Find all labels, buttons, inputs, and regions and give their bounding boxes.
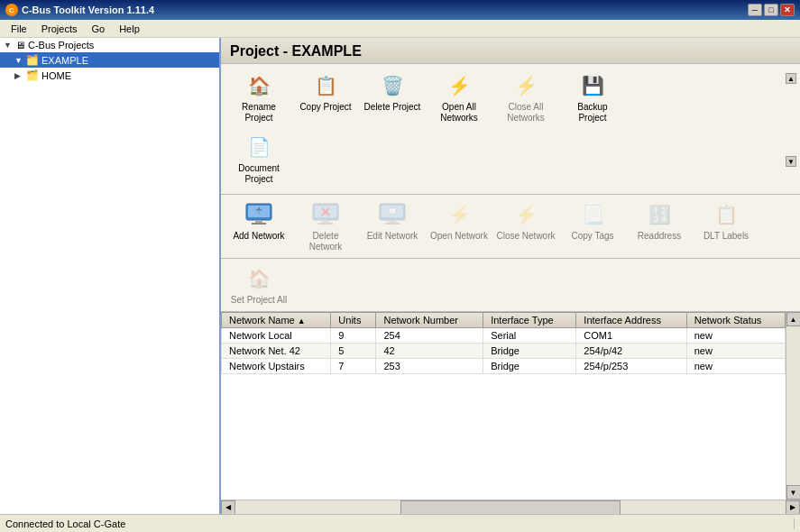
network-status-cell: new bbox=[686, 328, 785, 344]
maximize-button[interactable]: □ bbox=[764, 4, 778, 16]
copy-tags-label: Copy Tags bbox=[571, 231, 613, 242]
network-number-cell: 254 bbox=[376, 328, 483, 344]
delete-label: Delete Project bbox=[364, 102, 421, 113]
svg-rect-10 bbox=[318, 223, 333, 225]
toolbar-row-1: 🏠 Rename Project 📋 Copy Project 🗑️ Delet… bbox=[226, 68, 795, 127]
network-number-cell: 42 bbox=[376, 344, 483, 359]
readdress-button[interactable]: 🔢 Readdress bbox=[627, 197, 692, 245]
delete-network-button[interactable]: Delete Network bbox=[293, 197, 358, 256]
menu-help[interactable]: Help bbox=[112, 22, 147, 36]
menu-file[interactable]: File bbox=[4, 22, 34, 36]
example-label: EXAMPLE bbox=[41, 55, 88, 66]
title-bar: C C-Bus Toolkit Version 1.11.4 ─ □ ✕ bbox=[0, 0, 800, 20]
open-all-icon: ⚡ bbox=[445, 71, 474, 100]
units-cell: 7 bbox=[331, 359, 376, 374]
interface-type-cell: Serial bbox=[483, 328, 576, 344]
network-table-area: Network Name Units Network Number Interf… bbox=[221, 312, 786, 500]
dlt-labels-button[interactable]: 📋 DLT Labels bbox=[694, 197, 759, 245]
backup-project-button[interactable]: 💾 Backup Project bbox=[560, 68, 625, 127]
network-number-cell: 253 bbox=[376, 359, 483, 374]
table-row[interactable]: Network Upstairs7253Bridge254/p/253new bbox=[222, 359, 786, 374]
col-interface-type[interactable]: Interface Type bbox=[483, 313, 576, 328]
table-row[interactable]: Network Net. 42542Bridge254/p/42new bbox=[222, 344, 786, 359]
close-button[interactable]: ✕ bbox=[780, 4, 795, 16]
backup-icon: 💾 bbox=[578, 71, 607, 100]
menu-projects[interactable]: Projects bbox=[34, 22, 85, 36]
open-network-icon: ⚡ bbox=[445, 200, 474, 229]
vscroll-down-button[interactable]: ▼ bbox=[786, 485, 801, 500]
interface-address-cell: COM1 bbox=[576, 328, 686, 344]
set-project-all-button[interactable]: 🏠 Set Project All bbox=[226, 261, 291, 309]
network-status-cell: new bbox=[686, 344, 785, 359]
sidebar-item-example[interactable]: ▼ 🗂️ EXAMPLE bbox=[0, 52, 219, 68]
add-network-icon bbox=[244, 200, 273, 229]
menu-bar: File Projects Go Help bbox=[0, 20, 800, 38]
project-header: Project - EXAMPLE bbox=[221, 38, 800, 64]
app-icon: C bbox=[5, 4, 18, 16]
open-all-networks-button[interactable]: ⚡ Open All Networks bbox=[427, 68, 492, 127]
expand-icon-example: ▼ bbox=[14, 56, 23, 65]
interface-address-cell: 254/p/42 bbox=[576, 344, 686, 359]
sidebar-item-home[interactable]: ▶ 🗂️ HOME bbox=[0, 68, 219, 83]
interface-type-cell: Bridge bbox=[483, 359, 576, 374]
units-cell: 9 bbox=[331, 328, 376, 344]
delete-project-button[interactable]: 🗑️ Delete Project bbox=[360, 68, 425, 116]
col-units[interactable]: Units bbox=[331, 313, 376, 328]
menu-go[interactable]: Go bbox=[84, 22, 112, 36]
open-network-button[interactable]: ⚡ Open Network bbox=[427, 197, 492, 245]
open-all-label: Open All Networks bbox=[429, 102, 489, 124]
col-network-name[interactable]: Network Name bbox=[222, 313, 331, 328]
title-bar-title: C-Bus Toolkit Version 1.11.4 bbox=[22, 5, 154, 15]
scroll-up-button[interactable]: ▲ bbox=[786, 73, 796, 84]
col-interface-address[interactable]: Interface Address bbox=[576, 313, 686, 328]
vscroll-up-button[interactable]: ▲ bbox=[786, 312, 801, 326]
col-network-number[interactable]: Network Number bbox=[376, 313, 483, 328]
document-label: Document Project bbox=[229, 163, 289, 185]
scroll-down-button[interactable]: ▼ bbox=[786, 156, 796, 167]
edit-network-button[interactable]: Edit Network bbox=[360, 197, 425, 245]
units-cell: 5 bbox=[331, 344, 376, 359]
copy-project-button[interactable]: 📋 Copy Project bbox=[293, 68, 358, 116]
add-network-button[interactable]: Add Network bbox=[226, 197, 291, 245]
hscroll-thumb[interactable] bbox=[400, 500, 621, 515]
copy-tags-icon: 📃 bbox=[578, 200, 607, 229]
hscroll-track bbox=[235, 500, 786, 515]
sidebar-item-cbus-projects[interactable]: ▼ 🖥 C-Bus Projects bbox=[0, 38, 219, 52]
table-container: Network Name Units Network Number Interf… bbox=[221, 312, 800, 500]
home-folder-icon: 🗂️ bbox=[26, 69, 39, 81]
copy-label: Copy Project bbox=[299, 102, 351, 113]
toolbar-area-2: Add Network Delete Network bbox=[221, 195, 800, 259]
expand-icon-home: ▶ bbox=[14, 71, 23, 80]
toolbar-area: 🏠 Rename Project 📋 Copy Project 🗑️ Delet… bbox=[221, 64, 800, 195]
sidebar: ▼ 🖥 C-Bus Projects ▼ 🗂️ EXAMPLE ▶ 🗂️ HOM… bbox=[0, 38, 221, 514]
readdress-icon: 🔢 bbox=[645, 200, 674, 229]
rename-icon: 🏠 bbox=[244, 71, 273, 100]
svg-rect-3 bbox=[252, 223, 266, 225]
main-layout: ▼ 🖥 C-Bus Projects ▼ 🗂️ EXAMPLE ▶ 🗂️ HOM… bbox=[0, 38, 800, 514]
project-title: Project - EXAMPLE bbox=[230, 43, 362, 59]
close-network-button[interactable]: ⚡ Close Network bbox=[493, 197, 558, 245]
toolbar-row-doc: 📄 Document Project ▼ bbox=[226, 129, 795, 188]
network-table: Network Name Units Network Number Interf… bbox=[221, 312, 786, 374]
set-project-label: Set Project All bbox=[231, 295, 287, 306]
minimize-button[interactable]: ─ bbox=[748, 4, 762, 16]
document-project-button[interactable]: 📄 Document Project bbox=[226, 129, 291, 188]
svg-rect-2 bbox=[255, 220, 262, 223]
open-network-label: Open Network bbox=[430, 231, 488, 242]
rename-project-button[interactable]: 🏠 Rename Project bbox=[226, 68, 291, 127]
hscroll-left-button[interactable]: ◀ bbox=[221, 500, 235, 515]
content-panel: Project - EXAMPLE 🏠 Rename Project 📋 Cop… bbox=[221, 38, 800, 514]
hscroll-right-button[interactable]: ▶ bbox=[786, 500, 800, 515]
edit-network-icon bbox=[378, 200, 407, 229]
close-all-networks-button[interactable]: ⚡ Close All Networks bbox=[493, 68, 558, 127]
col-network-status[interactable]: Network Status bbox=[686, 313, 785, 328]
backup-label: Backup Project bbox=[563, 102, 622, 124]
copy-icon: 📋 bbox=[311, 71, 340, 100]
network-name-cell: Network Net. 42 bbox=[222, 344, 331, 359]
network-status-cell: new bbox=[686, 359, 785, 374]
table-row[interactable]: Network Local9254SerialCOM1new bbox=[222, 328, 786, 344]
expand-icon: ▼ bbox=[4, 41, 13, 50]
network-name-cell: Network Upstairs bbox=[222, 359, 331, 374]
copy-tags-button[interactable]: 📃 Copy Tags bbox=[560, 197, 625, 245]
status-bar: Connected to Local C-Gate bbox=[0, 514, 800, 532]
